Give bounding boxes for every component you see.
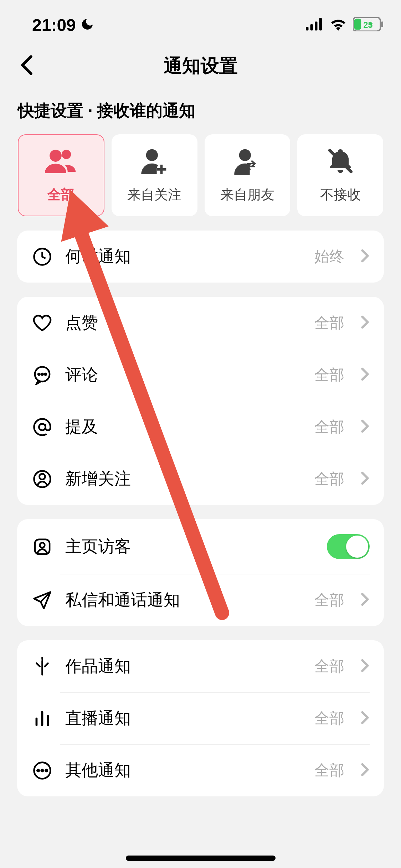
chevron-right-icon xyxy=(360,592,370,608)
battery-icon: 25 xyxy=(353,17,383,33)
row-works[interactable]: 作品通知 全部 xyxy=(17,640,384,692)
quick-settings: 全部 来自关注 来自朋友 不接收 xyxy=(0,129,401,231)
follower-icon xyxy=(31,468,53,490)
home-indicator xyxy=(126,856,276,861)
svg-point-32 xyxy=(41,769,43,771)
row-visitor: 主页访客 xyxy=(17,519,384,574)
chevron-right-icon xyxy=(360,419,370,435)
chevron-right-icon xyxy=(360,763,370,778)
heart-icon xyxy=(31,312,53,334)
svg-line-24 xyxy=(36,663,40,666)
svg-point-22 xyxy=(40,543,45,548)
wifi-icon xyxy=(329,18,347,32)
row-value: 全部 xyxy=(314,590,344,610)
visitor-icon xyxy=(31,536,53,557)
person-add-icon xyxy=(140,147,169,177)
settings-group: 何时通知 始终 xyxy=(17,231,384,283)
chevron-right-icon xyxy=(360,471,370,487)
row-live[interactable]: 直播通知 全部 xyxy=(17,692,384,744)
back-button[interactable] xyxy=(20,55,34,77)
row-value: 全部 xyxy=(314,313,344,333)
settings-group: 作品通知 全部 直播通知 全部 其他通知 全部 xyxy=(17,640,384,796)
svg-line-25 xyxy=(45,663,48,666)
row-label: 何时通知 xyxy=(65,246,302,268)
row-label: 新增关注 xyxy=(65,468,302,490)
send-icon xyxy=(31,589,53,611)
svg-point-20 xyxy=(39,474,45,479)
row-mention[interactable]: 提及 全部 xyxy=(17,401,384,453)
row-label: 主页访客 xyxy=(65,536,314,558)
quick-label: 来自关注 xyxy=(127,186,181,204)
row-value: 全部 xyxy=(314,417,344,437)
person-exchange-icon xyxy=(233,147,262,177)
status-bar: 21:09 25 xyxy=(0,0,401,43)
people-icon xyxy=(45,147,77,177)
svg-rect-0 xyxy=(306,27,309,31)
svg-point-18 xyxy=(39,424,45,430)
svg-point-33 xyxy=(45,769,47,771)
svg-rect-1 xyxy=(310,24,313,31)
status-left: 21:09 xyxy=(32,15,94,35)
row-value: 全部 xyxy=(314,365,344,385)
status-time: 21:09 xyxy=(32,15,76,35)
svg-point-17 xyxy=(45,373,46,375)
toggle-switch[interactable] xyxy=(327,534,370,559)
quick-item-none[interactable]: 不接收 xyxy=(297,134,383,216)
quick-item-all[interactable]: 全部 xyxy=(18,134,104,216)
settings-group: 主页访客 私信和通话通知 全部 xyxy=(17,519,384,626)
chevron-right-icon xyxy=(360,367,370,383)
quick-item-friends[interactable]: 来自朋友 xyxy=(205,134,291,216)
chevron-right-icon xyxy=(360,711,370,726)
row-label: 直播通知 xyxy=(65,707,302,729)
chevron-right-icon xyxy=(360,249,370,264)
svg-point-9 xyxy=(62,150,71,159)
comment-icon xyxy=(31,364,53,386)
sparkle-icon xyxy=(31,656,53,677)
row-value: 始终 xyxy=(314,247,344,267)
chevron-right-icon xyxy=(360,315,370,331)
section-header: 快捷设置 · 接收谁的通知 xyxy=(0,89,401,129)
row-label: 作品通知 xyxy=(65,655,302,677)
row-label: 点赞 xyxy=(65,312,302,334)
quick-label: 来自朋友 xyxy=(220,186,274,204)
row-when-notify[interactable]: 何时通知 始终 xyxy=(17,231,384,283)
svg-rect-2 xyxy=(315,22,318,31)
quick-label: 不接收 xyxy=(320,186,361,204)
chevron-right-icon xyxy=(360,658,370,674)
row-dm[interactable]: 私信和通话通知 全部 xyxy=(17,574,384,626)
nav-bar: 通知设置 xyxy=(0,43,401,89)
row-label: 私信和通话通知 xyxy=(65,589,302,611)
quick-label: 全部 xyxy=(47,186,74,204)
svg-point-10 xyxy=(146,149,158,161)
row-label: 提及 xyxy=(65,416,302,438)
row-value: 全部 xyxy=(314,708,344,728)
row-comment[interactable]: 评论 全部 xyxy=(17,349,384,401)
svg-rect-6 xyxy=(381,21,383,27)
more-icon xyxy=(31,760,53,781)
svg-point-16 xyxy=(41,373,43,375)
row-like[interactable]: 点赞 全部 xyxy=(17,297,384,349)
status-right: 25 xyxy=(306,17,383,33)
moon-icon xyxy=(80,17,94,33)
svg-point-15 xyxy=(38,373,40,375)
signal-icon xyxy=(306,18,324,32)
svg-point-8 xyxy=(50,150,62,162)
row-value: 全部 xyxy=(314,656,344,676)
bell-off-icon xyxy=(326,147,355,177)
clock-icon xyxy=(31,246,53,267)
svg-rect-5 xyxy=(354,19,361,30)
row-value: 全部 xyxy=(314,469,344,489)
quick-item-following[interactable]: 来自关注 xyxy=(112,134,197,216)
row-new-follower[interactable]: 新增关注 全部 xyxy=(17,453,384,505)
svg-point-11 xyxy=(239,149,251,161)
settings-group: 点赞 全部 评论 全部 提及 全部 新增关注 全部 xyxy=(17,297,384,505)
row-label: 其他通知 xyxy=(65,759,302,781)
mention-icon xyxy=(31,416,53,438)
svg-point-31 xyxy=(37,769,39,771)
row-value: 全部 xyxy=(314,760,344,780)
svg-rect-3 xyxy=(319,18,322,31)
row-label: 评论 xyxy=(65,364,302,386)
page-title: 通知设置 xyxy=(164,53,238,78)
bars-icon xyxy=(31,708,53,729)
row-other[interactable]: 其他通知 全部 xyxy=(17,744,384,796)
